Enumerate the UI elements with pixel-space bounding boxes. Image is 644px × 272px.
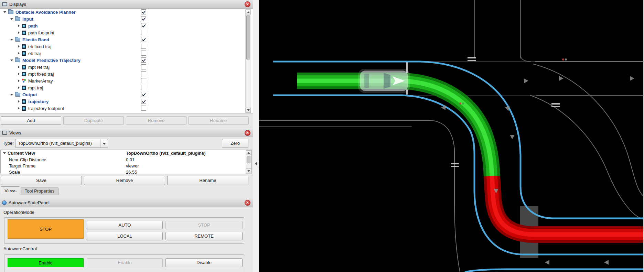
tree-item-eb-fixed-traj[interactable]: eb fixed traj: [0, 43, 253, 50]
autoware-panel-titlebar[interactable]: AutowareStatePanel ✕: [0, 198, 253, 207]
tree-item-label: Obstacle Avoidance Planner: [15, 10, 76, 15]
operation-mode-state-button[interactable]: STOP: [8, 219, 84, 239]
duplicate-button[interactable]: Duplicate: [63, 116, 124, 125]
zero-button[interactable]: Zero: [222, 139, 248, 148]
tab-views[interactable]: Views: [1, 186, 20, 195]
display-icon: [22, 99, 26, 104]
scroll-down-icon[interactable]: [246, 108, 251, 112]
tree-scrollbar[interactable]: [245, 9, 251, 113]
remove-view-button[interactable]: Remove: [84, 176, 165, 185]
panel-splitter[interactable]: [253, 0, 259, 272]
visibility-checkbox[interactable]: [141, 37, 146, 42]
expand-arrow-icon[interactable]: [18, 73, 20, 75]
expand-arrow-icon[interactable]: [18, 107, 20, 110]
expand-arrow-icon[interactable]: [18, 86, 20, 89]
enable-button[interactable]: Enable: [87, 258, 163, 267]
scroll-up-icon[interactable]: [246, 150, 251, 155]
displays-panel-icon: [2, 2, 7, 6]
control-state-button[interactable]: Enable: [8, 258, 84, 267]
expand-arrow-icon[interactable]: [18, 24, 20, 27]
expand-arrow-icon[interactable]: [3, 11, 6, 13]
visibility-checkbox[interactable]: [141, 51, 146, 56]
disable-button[interactable]: Disable: [165, 258, 243, 267]
expand-arrow-icon[interactable]: [18, 52, 20, 55]
tree-item-path[interactable]: path: [0, 22, 253, 29]
expand-arrow-icon[interactable]: [18, 66, 20, 68]
scroll-up-icon[interactable]: [246, 10, 251, 14]
expand-arrow-icon[interactable]: [10, 18, 13, 20]
visibility-checkbox[interactable]: [141, 9, 146, 14]
tree-item-input[interactable]: Input: [0, 15, 253, 22]
expand-arrow-icon[interactable]: [10, 59, 13, 61]
visibility-checkbox[interactable]: [141, 78, 146, 83]
view-type-combobox[interactable]: TopDownOrtho (rviz_default_plugins): [15, 139, 108, 148]
visibility-checkbox[interactable]: [141, 64, 146, 69]
expand-arrow-icon[interactable]: [10, 39, 13, 41]
expand-arrow-icon[interactable]: [10, 94, 13, 96]
remote-button[interactable]: REMOTE: [165, 232, 243, 240]
tree-item-path-footprint[interactable]: path footprint: [0, 29, 253, 36]
scrollbar-thumb[interactable]: [246, 15, 250, 59]
folder-icon: [15, 38, 20, 42]
close-icon[interactable]: ✕: [245, 200, 250, 206]
tree-item-mpt-traj[interactable]: mpt traj: [0, 84, 253, 91]
tree-item-obstacle-avoidance-planner[interactable]: Obstacle Avoidance Planner: [0, 9, 253, 15]
visibility-checkbox[interactable]: [141, 16, 146, 21]
stop-button[interactable]: STOP: [165, 221, 243, 229]
tree-item-model-predictive-trajectory[interactable]: Model Predictive Trajectory: [0, 57, 253, 64]
tree-item-markerarray[interactable]: MarkerArray: [0, 77, 253, 84]
views-panel-titlebar[interactable]: Views ✕: [0, 129, 253, 137]
property-value[interactable]: viewer: [126, 163, 139, 169]
visibility-checkbox[interactable]: [141, 85, 146, 90]
close-icon[interactable]: ✕: [245, 1, 250, 7]
properties-scrollbar[interactable]: [246, 150, 251, 174]
rename-view-button[interactable]: Rename: [167, 176, 248, 185]
property-name: Current View: [8, 150, 35, 157]
collapse-arrow-icon[interactable]: [255, 162, 257, 165]
autoware-panel-title: AutowareStatePanel: [9, 200, 50, 205]
property-value[interactable]: 26.55: [126, 169, 137, 174]
visibility-checkbox[interactable]: [141, 57, 146, 63]
tree-item-trajectory[interactable]: trajectory: [0, 98, 253, 105]
local-button[interactable]: LOCAL: [87, 232, 163, 240]
expand-arrow-icon[interactable]: [18, 31, 20, 34]
property-row-scale[interactable]: Scale 26.55: [1, 169, 251, 174]
visibility-checkbox[interactable]: [141, 44, 146, 49]
rename-button[interactable]: Rename: [188, 116, 249, 125]
tree-item-mpt-fixed-traj[interactable]: mpt fixed traj: [0, 70, 253, 77]
add-button[interactable]: Add: [1, 116, 61, 125]
property-row-target-frame[interactable]: Target Frame viewer: [1, 163, 251, 169]
property-value[interactable]: 0.01: [126, 157, 135, 163]
tree-item-elastic-band[interactable]: Elastic Band: [0, 36, 253, 43]
render-view[interactable]: [259, 0, 644, 272]
visibility-checkbox[interactable]: [141, 99, 146, 104]
expand-arrow-icon[interactable]: [3, 152, 6, 154]
tree-item-mpt-ref-traj[interactable]: mpt ref traj: [0, 64, 253, 70]
visibility-checkbox[interactable]: [141, 30, 146, 35]
scrollbar-thumb[interactable]: [247, 156, 250, 163]
property-row-current-view[interactable]: Current View TopDownOrtho (rviz_default_…: [1, 150, 251, 157]
display-icon: [22, 24, 26, 28]
tree-item-output[interactable]: Output: [0, 91, 253, 98]
auto-button[interactable]: AUTO: [87, 221, 163, 229]
scroll-down-icon[interactable]: [246, 168, 251, 173]
tree-item-label: mpt traj: [28, 85, 43, 90]
expand-arrow-icon[interactable]: [18, 45, 20, 48]
expand-arrow-icon[interactable]: [18, 79, 20, 82]
tree-item-eb-traj[interactable]: eb traj: [0, 50, 253, 57]
tree-item-trajectory-footprint[interactable]: trajectory footprint: [0, 105, 253, 112]
visibility-checkbox[interactable]: [141, 71, 146, 76]
visibility-checkbox[interactable]: [141, 92, 146, 97]
remove-button[interactable]: Remove: [126, 116, 186, 125]
tab-tool-properties[interactable]: Tool Properties: [21, 187, 58, 195]
displays-tree: Obstacle Avoidance Planner Input path pa…: [0, 9, 253, 113]
visibility-checkbox[interactable]: [141, 23, 146, 28]
expand-arrow-icon[interactable]: [18, 100, 20, 103]
property-row-near-clip[interactable]: Near Clip Distance 0.01: [1, 157, 251, 163]
close-icon[interactable]: ✕: [245, 130, 250, 136]
displays-panel-titlebar[interactable]: Displays ✕: [0, 0, 253, 9]
chevron-down-icon[interactable]: [100, 139, 108, 148]
visibility-checkbox[interactable]: [141, 106, 146, 111]
save-button[interactable]: Save: [1, 176, 82, 185]
render-viewport[interactable]: [259, 0, 644, 272]
